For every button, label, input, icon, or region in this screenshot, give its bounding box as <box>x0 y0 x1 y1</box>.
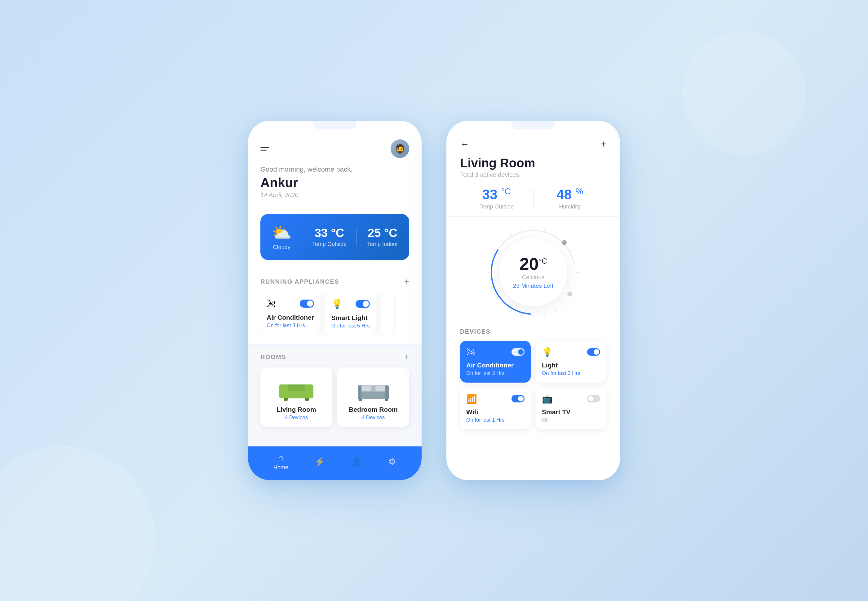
svg-point-41 <box>567 291 572 296</box>
device-card-top-ac: 🌬 <box>466 347 524 357</box>
wifi-device-toggle[interactable] <box>512 395 524 403</box>
dial-temp-number: 20 <box>519 254 538 273</box>
svg-line-23 <box>564 302 566 305</box>
humidity-label: Humidity <box>533 204 607 210</box>
devices-section: DEVICES 🌬 Air Conditioner On for last 3 … <box>446 325 620 480</box>
weather-card: ⛅ Cloudy 33 °C Temp Outside 25 °C Temp I… <box>260 214 409 260</box>
thermostat-dial[interactable]: 20°C Celcious 23 Minutes Left <box>484 223 583 322</box>
light-toggle[interactable] <box>356 300 370 308</box>
devices-title: DEVICES <box>460 328 607 335</box>
weather-icon-area: ⛅ Cloudy <box>272 223 292 251</box>
device-card-ac[interactable]: 🌬 Air Conditioner On for last 3 Hrs <box>460 341 531 383</box>
ac-device-name: Air Conditioner <box>466 362 524 369</box>
menu-line-2 <box>260 149 267 151</box>
nav-settings[interactable]: ⚙ <box>388 457 396 467</box>
device-card-tv[interactable]: 📺 Smart TV Off <box>536 387 607 429</box>
wifi-device-icon: 📶 <box>466 394 477 404</box>
lightning-icon: ⚡ <box>314 457 325 467</box>
tv-device-toggle[interactable] <box>587 395 600 403</box>
temp-unit: °C <box>501 186 511 196</box>
svg-line-37 <box>521 228 523 231</box>
living-room-card[interactable]: Living Room 4 Devices <box>260 368 332 427</box>
home-icon: ⌂ <box>278 453 284 462</box>
appliance-card-top: 🌬 <box>267 298 314 309</box>
svg-line-25 <box>544 314 545 317</box>
bedroom-room-name: Bedroom Room <box>349 406 398 413</box>
dial-temp-value: 20°C <box>519 255 547 273</box>
dial-scale: Celcious <box>522 274 545 281</box>
svg-line-31 <box>489 283 492 284</box>
phone2-title-area: Living Room Total 3 active devices. <box>446 156 620 183</box>
device-card-top-light: 💡 <box>542 347 600 357</box>
svg-line-21 <box>575 283 578 284</box>
svg-line-27 <box>521 314 523 317</box>
light-status: On for last 5 Hrs <box>332 323 370 329</box>
running-appliances-section: RUNNING APPLIANCES + 🌬 Air Conditioner O… <box>248 268 422 344</box>
svg-rect-10 <box>358 385 361 399</box>
light-icon: 💡 <box>332 298 343 309</box>
temp-indoor-value: 25 °C <box>367 226 398 240</box>
bottom-nav: ⌂ Home ⚡ 👤 ⚙ <box>248 446 422 480</box>
svg-rect-5 <box>305 398 309 401</box>
temp-indoor-label: Temp Indoor <box>367 241 398 247</box>
temp-indoor: 25 °C Temp Indoor <box>367 226 398 247</box>
light-device-toggle[interactable] <box>587 348 600 355</box>
svg-line-24 <box>554 308 556 312</box>
temp-stat: 33 °C Temp Outside <box>460 186 533 210</box>
ac-device-toggle[interactable] <box>512 348 524 355</box>
bedroom-card[interactable]: Bedroom Room 4 Devices <box>337 368 409 427</box>
greeting-text: Good morning, welcome back. <box>260 165 409 174</box>
device-card-wifi[interactable]: 📶 Wifi On for last 1 Hrs <box>460 387 531 429</box>
phone1-topbar: 🧔 <box>260 139 409 158</box>
rooms-row: Living Room 4 Devices <box>260 368 409 427</box>
device-card-top-wifi: 📶 <box>466 394 524 404</box>
svg-rect-12 <box>359 399 362 401</box>
device-card-light[interactable]: 💡 Light On for last 3 Hrs <box>536 341 607 383</box>
ac-icon: 🌬 <box>267 298 276 309</box>
humidity-val-text: 48 <box>556 187 572 202</box>
add-room-button[interactable]: + <box>404 352 409 361</box>
ac-toggle[interactable] <box>300 300 314 308</box>
back-button[interactable]: ← <box>460 139 469 149</box>
nav-energy[interactable]: ⚡ <box>314 457 325 467</box>
dial-time-left: 23 Minutes Left <box>513 282 553 289</box>
settings-icon: ⚙ <box>388 457 396 467</box>
nav-home-label: Home <box>274 464 288 471</box>
bedroom-image <box>353 374 393 401</box>
stats-row: 33 °C Temp Outside 48 % Humidity <box>446 183 620 217</box>
running-appliances-header: RUNNING APPLIANCES + <box>260 277 409 286</box>
menu-icon[interactable] <box>260 147 269 151</box>
appliance-card-light[interactable]: 💡 Smart Light On for last 5 Hrs <box>325 292 376 335</box>
phone-notch <box>313 121 356 130</box>
nav-profile[interactable]: 👤 <box>351 457 362 467</box>
living-room-name: Living Room <box>277 406 316 413</box>
phone2-inner: ← + Living Room Total 3 active devices. … <box>446 121 620 480</box>
date-text: 14 April, 2020 <box>260 191 409 198</box>
user-name: Ankur <box>260 175 409 190</box>
phones-container: 🧔 Good morning, welcome back. Ankur 14 A… <box>248 121 620 480</box>
living-room-devices: 4 Devices <box>285 415 308 421</box>
light-name: Smart Light <box>332 314 370 322</box>
phone2-notch <box>512 121 555 130</box>
avatar[interactable]: 🧔 <box>391 139 409 158</box>
dial-temp-unit: °C <box>539 257 547 265</box>
add-device-button[interactable]: + <box>600 138 607 150</box>
temp-label: Temp Outside <box>460 204 533 210</box>
ac-status: On for last 3 Hrs <box>267 322 314 329</box>
temp-outside-val: 33 °C <box>460 186 533 202</box>
light-device-name: Light <box>542 362 600 369</box>
svg-rect-2 <box>279 384 288 398</box>
appliance-card-ac[interactable]: 🌬 Air Conditioner On for last 3 Hrs <box>260 292 320 335</box>
phone-living-room: ← + Living Room Total 3 active devices. … <box>446 121 620 480</box>
devices-grid: 🌬 Air Conditioner On for last 3 Hrs 💡 Li… <box>460 341 607 429</box>
svg-point-40 <box>562 240 567 245</box>
bedroom-room-devices: 4 Devices <box>362 415 385 421</box>
tv-device-name: Smart TV <box>542 408 600 416</box>
rooms-section: ROOMS + <box>248 346 422 446</box>
add-appliance-button[interactable]: + <box>404 277 409 286</box>
tv-device-status: Off <box>542 417 600 423</box>
humidity-stat: 48 % Humidity <box>533 186 607 210</box>
nav-home[interactable]: ⌂ Home <box>274 453 288 471</box>
svg-rect-13 <box>385 399 388 401</box>
sofa-icon <box>276 374 316 401</box>
